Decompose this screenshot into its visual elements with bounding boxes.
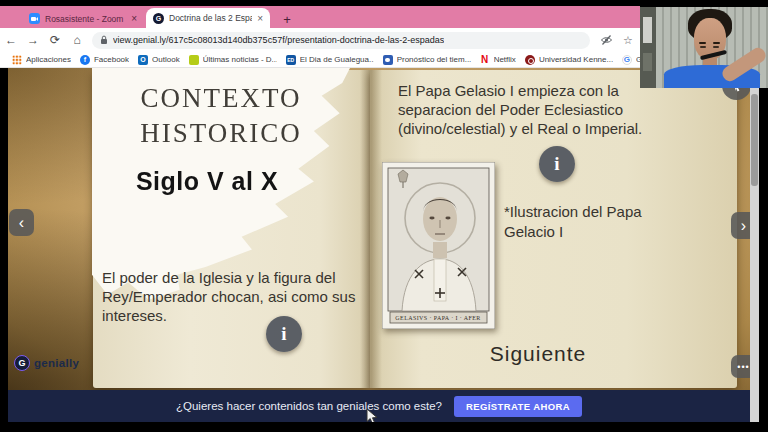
genially-logo-icon: G [14,355,30,371]
bookmark-pronostico[interactable]: Pronóstico del tiem... [383,55,471,65]
address-bar[interactable]: view.genial.ly/617c5c08013d140db375c57f/… [92,32,590,49]
genially-favicon-icon: G [153,13,164,24]
url-text: view.genial.ly/617c5c08013d140db375c57f/… [113,35,444,45]
more-options-button[interactable]: ••• [731,355,750,378]
info-button-left[interactable]: i [266,316,302,352]
right-paragraph: El Papa Gelasio I empieza con la separac… [398,81,654,138]
bookmark-noticias[interactable]: Últimas noticias - D... [189,55,277,65]
banner-text: ¿Quieres hacer contenidos tan geniales c… [176,400,442,412]
tab-close-icon[interactable]: × [131,13,137,24]
next-slide-button[interactable]: › [731,212,750,239]
genially-logo[interactable]: G genially [14,355,79,371]
university-icon [525,55,535,65]
prev-slide-button[interactable]: ‹ [9,209,34,236]
mouse-cursor-icon [366,408,378,422]
video-frame: Rosasistente - Zoom × G Doctrina de las … [0,0,768,432]
left-paragraph: El poder de la Iglesia y la figura del R… [102,268,360,325]
slide-title: CONTEXTO HISTORICO [92,68,350,150]
hide-eye-icon[interactable] [600,34,613,46]
forward-button[interactable]: → [22,33,44,47]
outlook-icon: O [138,55,148,65]
google-icon: G [622,55,632,65]
bookmark-outlook[interactable]: O Outlook [138,55,180,65]
promo-banner: ¿Quieres hacer contenidos tan geniales c… [8,390,750,422]
zoom-favicon-icon [29,13,40,24]
reload-button[interactable]: ⟳ [44,33,66,47]
bookmark-eldia[interactable]: ED El Dia de Gualegua... [286,55,374,65]
bookmark-star-icon[interactable]: ☆ [623,34,633,47]
scrollbar-thumb[interactable] [751,94,758,186]
facebook-icon: f [80,55,90,65]
pope-plate-text: GELASIVS · PAPA · I · AFER [395,315,480,321]
tab-genially[interactable]: G Doctrina de las 2 Espadas por M × [146,8,270,28]
weather-icon [383,55,393,65]
scrollbar[interactable] [750,68,759,422]
bookmark-netflix[interactable]: N Netflix [480,55,516,65]
news-icon [189,55,199,65]
bookmark-universidad[interactable]: Universidad Kenne... [525,55,613,65]
tab-zoom[interactable]: Rosasistente - Zoom × [22,9,144,28]
pope-gelasius-illustration: GELASIVS · PAPA · I · AFER [382,162,495,329]
new-tab-button[interactable]: + [280,12,294,26]
next-slide-label: Siguiente [463,342,613,366]
webcam-overlay [640,0,768,88]
back-button[interactable]: ← [0,33,22,47]
tab-close-icon[interactable]: × [257,13,263,24]
lock-icon [100,35,108,45]
register-button[interactable]: REGÍSTRATE AHORA [454,396,582,417]
bookmark-aplicaciones[interactable]: Aplicaciones [12,55,71,65]
apps-grid-icon [12,55,22,65]
book-fold-shadow [360,70,382,388]
webcam-video [640,7,768,88]
tab-title: Doctrina de las 2 Espadas por M [169,13,252,23]
webcam-background-shelf [640,7,656,88]
bookmark-facebook[interactable]: f Facebook [80,55,129,65]
eldia-icon: ED [286,55,296,65]
page-content: CONTEXTO HISTORICO Siglo V al X El poder… [8,68,750,422]
tab-title: Rosasistente - Zoom [45,14,126,24]
netflix-icon: N [480,55,490,65]
home-button[interactable]: ⌂ [66,33,88,47]
info-button-right[interactable]: i [539,146,575,182]
image-caption: *Ilustracion del Papa Gelacio I [504,202,644,241]
